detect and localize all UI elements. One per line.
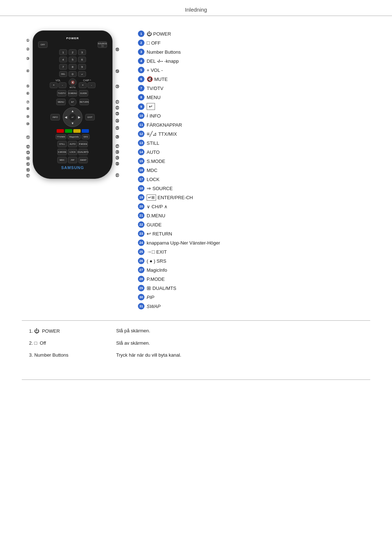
num-label-15: ⑮ (26, 162, 30, 167)
badge-22: 22 (138, 221, 144, 228)
btn-still[interactable]: STILL (57, 141, 67, 147)
btn-3[interactable]: 3 (78, 49, 86, 55)
legend-label-31: SWAP (147, 304, 160, 309)
btn-swap[interactable]: SWAP (78, 157, 88, 163)
btn-enter-small[interactable]: ↵ (78, 71, 86, 77)
btn-5[interactable]: 5 (69, 57, 77, 62)
desc-text-1: Slå på skärmen. (116, 328, 150, 334)
btn-pip[interactable]: PIP (68, 157, 77, 163)
btn-vol-up[interactable]: + (50, 82, 58, 88)
btn-8[interactable]: 8 (69, 64, 77, 70)
btn-del[interactable]: DEL (59, 71, 67, 77)
btn-9[interactable]: 9 (78, 64, 86, 70)
legend-item-22: 22 GUIDE (138, 221, 370, 228)
nav-center-btn[interactable]: ↵ (69, 114, 76, 121)
btn-1[interactable]: 1 (59, 49, 67, 55)
btn-4[interactable]: 4 (59, 57, 67, 62)
btn-lock[interactable]: LOCK (68, 149, 77, 155)
btn-2[interactable]: 2 (69, 49, 77, 55)
legend-label-3: Number Buttons (147, 49, 181, 55)
btn-dual[interactable]: DUAL/MTS (78, 149, 88, 155)
btn-srs[interactable]: SRS (82, 134, 90, 139)
btn-info[interactable]: INFO (50, 114, 60, 120)
nav-right-arrow[interactable]: ▶ (78, 115, 81, 119)
nav-row: INFO ▲ ▼ ◀ ▶ ↵ EXIT (38, 107, 107, 127)
badge-3: 3 (138, 49, 144, 55)
btn-guide[interactable]: GUIDE (79, 90, 88, 97)
btn-source[interactable]: SOURCE ⬛ (98, 41, 107, 48)
num-label-7: ⑦ (26, 100, 29, 104)
num-label-24: ㉔ (115, 119, 119, 123)
btn-7[interactable]: 7 (59, 64, 67, 70)
color-buttons-row (38, 129, 107, 133)
btn-chip-up[interactable]: + (79, 82, 87, 88)
legend-item-4: 4 DEL -/-- -knapp (138, 58, 370, 64)
desc-label-2: 2. □ Off (29, 340, 109, 346)
legend-label-5: + VOL - (147, 67, 163, 73)
legend-label-29: DUAL/MTS (152, 286, 176, 291)
num-label-13: ⑬ (26, 150, 30, 155)
num-label-20: ⑳ (115, 84, 119, 89)
page-title: Inledning (185, 7, 207, 13)
num-label-30: ㉚ (115, 162, 119, 166)
btn-auto[interactable]: AUTO (68, 141, 77, 147)
num-label-5: ⑤ (26, 84, 29, 88)
section-divider (22, 320, 370, 321)
btn-chip-down[interactable]: - (87, 82, 95, 88)
btn-6[interactable]: 6 (78, 57, 86, 62)
nav-down-arrow[interactable]: ▼ (71, 122, 74, 125)
btn-tv-dtv[interactable]: TV/DTV (57, 90, 66, 97)
btn-0[interactable]: 0 (69, 71, 77, 77)
btn-exit[interactable]: EXIT (85, 114, 95, 120)
btn-vol-down[interactable]: - (58, 82, 66, 88)
legend-label-1: POWER (153, 31, 171, 37)
btn-yellow[interactable] (73, 129, 81, 133)
badge-9: 9 (138, 103, 144, 110)
btn-d-menu[interactable]: D.MENU (68, 90, 77, 97)
legend-item-23: 23 ↩ RETURN (138, 230, 370, 237)
badge-18: 18 (138, 185, 144, 192)
legend-label-23: RETURN (152, 231, 172, 237)
btn-off[interactable]: OFF (38, 41, 48, 48)
btn-magicinfo[interactable]: MagicInfo (68, 134, 81, 139)
legend-item-27: 27 MagicInfo (138, 267, 370, 273)
btn-blue[interactable] (82, 129, 89, 133)
desc-label-3: 3. Number Buttons (29, 352, 109, 358)
nav-up-arrow[interactable]: ▲ (71, 109, 74, 113)
num-label-8: ⑧ (26, 107, 29, 111)
power-label: POWER (38, 37, 107, 40)
legend-label-18: SOURCE (152, 186, 173, 191)
nav-pad[interactable]: ▲ ▼ ◀ ▶ ↵ (63, 107, 82, 127)
btn-green[interactable] (65, 129, 72, 133)
num-label-9: ⑨ (26, 115, 29, 119)
btn-pmode[interactable]: P.MODE (78, 141, 88, 147)
remote-control: POWER OFF SOURCE ⬛ 1 2 3 4 5 6 (33, 30, 113, 179)
legend-item-29: 29 ⊞ DUAL/MTS (138, 285, 370, 291)
num-label-21: ㉑ (115, 100, 119, 104)
btn-ttx[interactable]: TTX/MIX (56, 134, 66, 139)
legend-item-6: 6 🔇 MUTE (138, 76, 370, 82)
num-label-23: ㉓ (115, 112, 119, 116)
legend-label-21: D.MENU (147, 213, 165, 218)
btn-red[interactable] (57, 129, 64, 133)
legend-item-3: 3 Number Buttons (138, 49, 370, 55)
num-label-25: ㉕ (115, 126, 119, 130)
enter-pre-icon: ↵⊞ (147, 194, 156, 201)
num-label-18: ⑱ (115, 47, 119, 52)
nav-left-arrow[interactable]: ◀ (65, 115, 67, 119)
btn-mute[interactable]: 🔇 (69, 78, 77, 86)
badge-12: 12 (138, 131, 144, 137)
btn-return[interactable]: ↩ (69, 98, 77, 106)
btn-mdc[interactable]: MDC (57, 157, 67, 163)
tv-row: TV/DTV D.MENU GUIDE (38, 90, 107, 97)
numpad-row1: 1 2 3 (38, 49, 107, 55)
btn-menu[interactable]: MENU (56, 99, 66, 105)
badge-14: 14 (138, 149, 144, 155)
btn-return-label[interactable]: RETURN (79, 99, 89, 105)
off-icon: □ (147, 40, 150, 46)
legend-label-19: ENTER/PRE-CH (158, 195, 193, 200)
btn-smode[interactable]: S.MODE (57, 149, 67, 155)
source-icon: ⇒ (147, 185, 151, 191)
badge-8: 8 (138, 94, 144, 100)
badge-30: 30 (138, 294, 144, 300)
